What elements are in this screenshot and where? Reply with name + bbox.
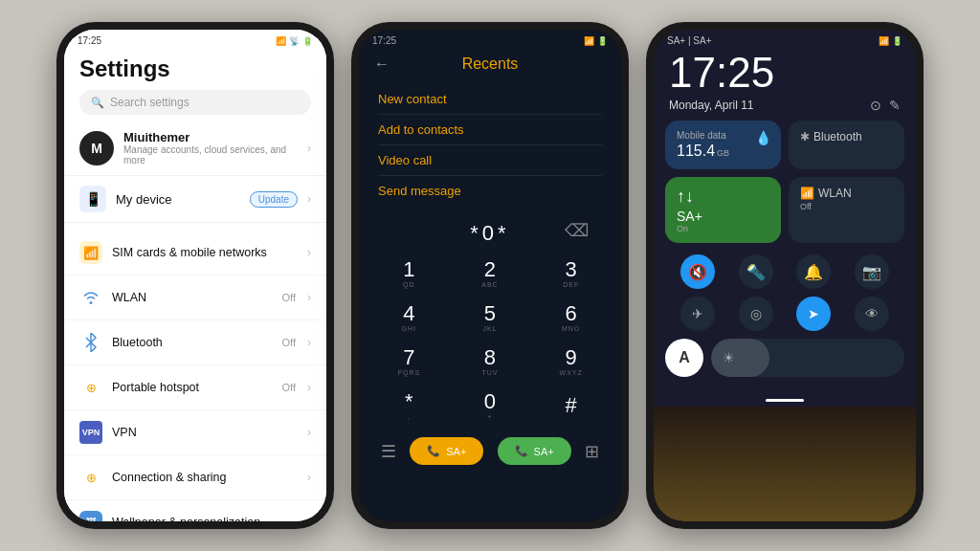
camera-icon: 📷 [862,263,881,281]
dial-key-hash[interactable]: # [530,384,612,428]
list-item[interactable]: VPN VPN › [64,410,326,455]
chevron-right-icon: › [307,381,311,394]
camera-button[interactable]: 📷 [855,254,889,289]
option-label: New contact [378,92,447,106]
alpha-button[interactable]: A [665,339,703,377]
back-button[interactable]: ← [374,55,390,73]
focus-button[interactable]: ◎ [739,297,773,331]
call-label: SA+ [446,446,466,457]
data-drop-icon: 💧 [755,130,771,145]
list-item[interactable]: New contact [378,84,602,115]
signal-icon: 📶 [276,36,286,46]
status-icons: 📶 🔋 [879,36,902,46]
status-bar: 17:25 📶 🔋 [359,30,621,48]
item-label: Portable hotspot [112,381,273,394]
wlan-tile[interactable]: 📶 WLAN Off [789,177,904,243]
dial-letters: QD [403,281,415,288]
dial-key-7[interactable]: 7 PQRS [368,340,450,384]
hotspot-icon: ⊕ [79,376,102,399]
dial-letters: JKL [482,325,497,332]
dial-number: 3 [566,259,577,280]
mobile-data-tile[interactable]: Mobile data 115.4 GB 💧 [665,121,781,169]
status-bar: SA+ | SA+ 📶 🔋 [654,30,916,48]
dial-key-9[interactable]: 9 WXYZ [530,340,612,384]
edit-icon[interactable]: ✎ [889,98,901,113]
notification-button[interactable]: 🔔 [796,254,831,289]
vpn-icon: VPN [79,421,102,444]
bluetooth-tile[interactable]: ✱ Bluetooth [789,121,904,169]
sa-plus-tile[interactable]: ↑↓ SA+ On [665,177,781,243]
tile-label: WLAN [818,187,852,200]
list-item[interactable]: 📶 SIM cards & mobile networks › [64,231,326,276]
sim-status: SA+ | SA+ [667,35,712,46]
dial-number: * [405,391,413,412]
list-item[interactable]: Video call [378,145,602,176]
settings-header: Settings 🔍 Search settings [64,48,326,121]
control-center-screen: SA+ | SA+ 📶 🔋 17:25 Monday, April 11 ⊙ ✎… [654,30,916,521]
location-button[interactable]: ➤ [796,297,831,331]
quick-tiles: Mobile data 115.4 GB 💧 ✱ Bluetooth ↑↓ SA… [654,121,916,251]
flashlight-button[interactable]: 🔦 [739,254,773,289]
dial-key-3[interactable]: 3 DEF [530,252,612,296]
item-label: VPN [112,426,298,439]
device-row[interactable]: 📱 My device Update › [64,176,326,223]
chevron-right-icon: › [307,142,311,155]
dial-key-star[interactable]: * , [368,384,450,428]
list-item[interactable]: Add to contacts [378,115,602,145]
item-label: Wallpaper & personalization [112,516,298,521]
dial-number: 8 [484,347,496,368]
settings-screen: 17:25 📶 📡 🔋 Settings 🔍 Search settings M… [64,30,326,521]
tile-sub: On [677,224,769,233]
dial-key-8[interactable]: 8 TUV [450,340,531,384]
control-icons-row1: 🔇 🔦 🔔 📷 [654,251,916,297]
list-item[interactable]: 🖼 Wallpaper & personalization › [64,500,326,521]
dial-letters: ABC [481,281,498,288]
wlan-tile-icon: 📶 [800,187,814,200]
phone-icon: 📞 [515,445,528,457]
connection-icon: ⊕ [79,466,102,489]
date-action-icons: ⊙ ✎ [870,98,901,113]
search-bar[interactable]: 🔍 Search settings [79,90,311,115]
status-bar: 17:25 📶 📡 🔋 [64,30,326,48]
call-label: SA+ [534,446,554,457]
list-item[interactable]: ⊕ Portable hotspot Off › [64,365,326,410]
search-icon: 🔍 [91,97,104,109]
dial-key-1[interactable]: 1 QD [368,252,450,296]
account-name: Miuithemer [123,130,298,144]
item-value: Off [282,292,296,303]
dial-key-5[interactable]: 5 JKL [450,296,531,340]
list-item[interactable]: ⊕ Connection & sharing › [64,455,326,500]
dial-number: 4 [403,303,414,324]
dial-key-2[interactable]: 2 ABC [450,252,531,296]
bluetooth-tile-icon: ✱ [800,130,810,143]
account-row[interactable]: M Miuithemer Manage accounts, cloud serv… [64,121,326,176]
dial-key-0[interactable]: 0 + [450,384,531,428]
grid-icon[interactable]: ⊞ [585,441,599,462]
update-badge[interactable]: Update [250,191,298,208]
mute-button[interactable]: 🔇 [680,254,715,289]
call-button-2[interactable]: 📞 SA+ [498,437,571,465]
brightness-fill [711,339,769,377]
calendar-icon[interactable]: ⊙ [870,98,881,113]
list-item[interactable]: Bluetooth Off › [64,320,326,365]
tile-value: 115.4 [677,143,715,160]
dial-number: # [566,395,577,416]
call-button-1[interactable]: 📞 SA+ [410,437,483,465]
background-blur [654,407,916,521]
list-item[interactable]: WLAN Off › [64,276,326,320]
dial-key-4[interactable]: 4 GHI [368,296,450,340]
backspace-button[interactable]: ⌫ [565,220,592,241]
item-label: SIM cards & mobile networks [112,246,298,259]
dial-letters: GHI [402,325,416,332]
eye-button[interactable]: 👁 [855,297,889,331]
dial-key-6[interactable]: 6 MNO [530,296,612,340]
dial-letters: + [487,413,492,420]
list-item[interactable]: Send message [378,176,602,206]
airplane-button[interactable]: ✈ [680,297,715,331]
search-placeholder: Search settings [110,96,189,109]
menu-icon[interactable]: ☰ [381,441,396,462]
clock: 17:25 [654,48,916,96]
dial-number: 1 [403,259,414,280]
brightness-slider[interactable]: ☀ [711,339,904,377]
signal-arrows-icon: ↑↓ [677,187,769,207]
